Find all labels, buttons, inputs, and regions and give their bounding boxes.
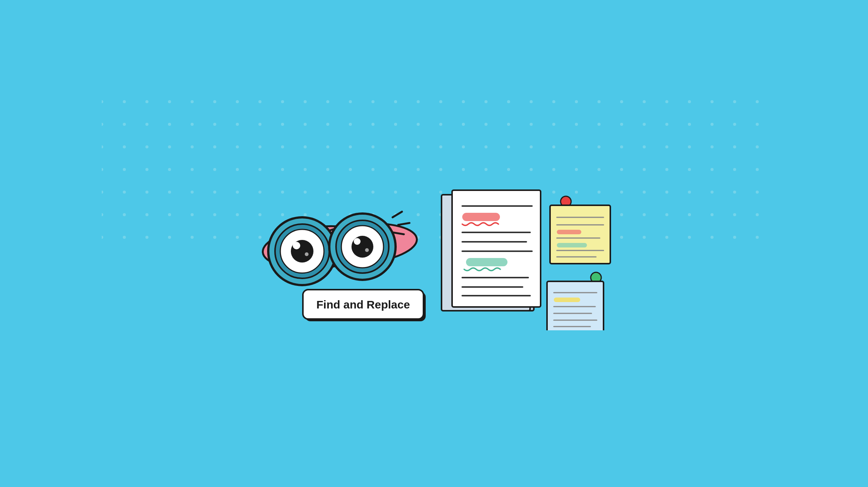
svg-point-9	[293, 242, 300, 249]
svg-line-17	[393, 212, 402, 217]
svg-rect-44	[547, 281, 604, 330]
svg-point-15	[354, 238, 361, 245]
svg-rect-40	[557, 243, 587, 247]
main-illustration: Find and Replace	[246, 157, 622, 330]
svg-rect-46	[554, 298, 580, 302]
svg-point-16	[365, 248, 369, 252]
svg-rect-35	[550, 205, 610, 264]
svg-line-18	[398, 223, 410, 225]
svg-rect-38	[557, 230, 581, 234]
svg-rect-30	[466, 258, 507, 266]
svg-point-10	[305, 252, 309, 256]
svg-rect-24	[452, 190, 541, 307]
find-replace-label: Find and Replace	[316, 298, 410, 311]
svg-rect-26	[462, 213, 500, 221]
